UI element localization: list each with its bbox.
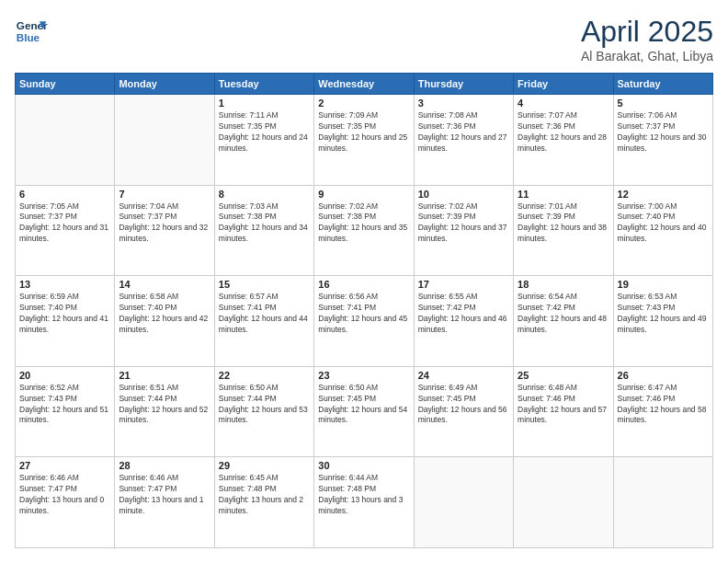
sunset-text: Sunset: 7:35 PM xyxy=(219,121,310,132)
calendar-cell xyxy=(16,95,115,186)
calendar-cell: 6Sunrise: 7:05 AMSunset: 7:37 PMDaylight… xyxy=(16,185,115,276)
calendar-cell: 20Sunrise: 6:52 AMSunset: 7:43 PMDayligh… xyxy=(16,366,115,457)
daylight-text: Daylight: 12 hours and 42 minutes. xyxy=(119,314,210,336)
sunrise-text: Sunrise: 7:06 AM xyxy=(618,110,709,121)
day-number: 10 xyxy=(418,189,509,200)
day-number: 16 xyxy=(318,279,409,290)
sunset-text: Sunset: 7:38 PM xyxy=(219,212,310,223)
calendar-cell xyxy=(115,95,214,186)
day-number: 27 xyxy=(19,460,110,471)
sunrise-text: Sunrise: 6:55 AM xyxy=(418,292,509,303)
daylight-text: Daylight: 12 hours and 37 minutes. xyxy=(418,223,509,245)
sunset-text: Sunset: 7:48 PM xyxy=(219,484,310,495)
weekday-header: Friday xyxy=(514,74,613,95)
daylight-text: Daylight: 12 hours and 40 minutes. xyxy=(618,223,709,245)
calendar-cell: 12Sunrise: 7:00 AMSunset: 7:40 PMDayligh… xyxy=(613,185,712,276)
calendar-cell: 24Sunrise: 6:49 AMSunset: 7:45 PMDayligh… xyxy=(414,366,513,457)
sunrise-text: Sunrise: 7:07 AM xyxy=(518,110,609,121)
daylight-text: Daylight: 12 hours and 44 minutes. xyxy=(219,314,310,336)
weekday-header: Thursday xyxy=(414,74,513,95)
calendar-cell: 10Sunrise: 7:02 AMSunset: 7:39 PMDayligh… xyxy=(414,185,513,276)
daylight-text: Daylight: 12 hours and 51 minutes. xyxy=(19,405,110,427)
sunrise-text: Sunrise: 6:48 AM xyxy=(518,383,609,394)
day-number: 12 xyxy=(618,189,709,200)
sunrise-text: Sunrise: 6:51 AM xyxy=(119,383,210,394)
sunrise-text: Sunrise: 6:50 AM xyxy=(219,383,310,394)
title-block: April 2025 Al Barakat, Ghat, Libya xyxy=(581,15,713,63)
weekday-header: Saturday xyxy=(613,74,712,95)
sunset-text: Sunset: 7:36 PM xyxy=(418,121,509,132)
sunrise-text: Sunrise: 7:05 AM xyxy=(19,201,110,213)
calendar-cell: 7Sunrise: 7:04 AMSunset: 7:37 PMDaylight… xyxy=(115,185,214,276)
sunrise-text: Sunrise: 6:56 AM xyxy=(318,292,409,303)
daylight-text: Daylight: 12 hours and 41 minutes. xyxy=(19,314,110,336)
logo-icon: General Blue xyxy=(15,15,48,48)
daylight-text: Daylight: 12 hours and 46 minutes. xyxy=(418,314,509,336)
daylight-text: Daylight: 12 hours and 32 minutes. xyxy=(119,223,210,245)
calendar-cell: 9Sunrise: 7:02 AMSunset: 7:38 PMDaylight… xyxy=(314,185,414,276)
calendar-cell: 26Sunrise: 6:47 AMSunset: 7:46 PMDayligh… xyxy=(613,366,712,457)
day-number: 5 xyxy=(618,98,709,109)
day-number: 20 xyxy=(19,370,110,381)
daylight-text: Daylight: 12 hours and 58 minutes. xyxy=(618,405,709,427)
weekday-header: Sunday xyxy=(16,74,115,95)
daylight-text: Daylight: 12 hours and 52 minutes. xyxy=(119,405,210,427)
day-number: 3 xyxy=(418,98,509,109)
daylight-text: Daylight: 13 hours and 2 minutes. xyxy=(219,495,310,517)
calendar-cell: 5Sunrise: 7:06 AMSunset: 7:37 PMDaylight… xyxy=(613,95,712,186)
day-number: 28 xyxy=(119,460,210,471)
sunset-text: Sunset: 7:41 PM xyxy=(219,303,310,314)
sunset-text: Sunset: 7:46 PM xyxy=(518,394,609,405)
sunrise-text: Sunrise: 7:11 AM xyxy=(219,110,310,121)
calendar-cell: 30Sunrise: 6:44 AMSunset: 7:48 PMDayligh… xyxy=(314,457,414,548)
sunset-text: Sunset: 7:43 PM xyxy=(19,394,110,405)
day-number: 13 xyxy=(19,279,110,290)
day-number: 8 xyxy=(219,189,310,200)
calendar-cell: 19Sunrise: 6:53 AMSunset: 7:43 PMDayligh… xyxy=(613,276,712,367)
sunrise-text: Sunrise: 7:00 AM xyxy=(618,201,709,213)
sunset-text: Sunset: 7:39 PM xyxy=(418,212,509,223)
calendar-cell: 22Sunrise: 6:50 AMSunset: 7:44 PMDayligh… xyxy=(214,366,313,457)
sunrise-text: Sunrise: 6:47 AM xyxy=(618,383,709,394)
weekday-header: Monday xyxy=(115,74,214,95)
sunset-text: Sunset: 7:44 PM xyxy=(219,394,310,405)
calendar-cell: 28Sunrise: 6:46 AMSunset: 7:47 PMDayligh… xyxy=(115,457,214,548)
sunrise-text: Sunrise: 6:46 AM xyxy=(119,473,210,484)
daylight-text: Daylight: 12 hours and 31 minutes. xyxy=(19,223,110,245)
daylight-text: Daylight: 12 hours and 25 minutes. xyxy=(318,132,409,155)
day-number: 6 xyxy=(19,189,110,200)
daylight-text: Daylight: 12 hours and 35 minutes. xyxy=(318,223,409,245)
month-title: April 2025 xyxy=(581,15,713,49)
day-number: 4 xyxy=(518,98,609,109)
sunrise-text: Sunrise: 7:01 AM xyxy=(518,201,609,213)
day-number: 26 xyxy=(618,370,709,381)
daylight-text: Daylight: 13 hours and 1 minute. xyxy=(119,495,210,517)
day-number: 14 xyxy=(119,279,210,290)
daylight-text: Daylight: 13 hours and 3 minutes. xyxy=(318,495,409,517)
sunset-text: Sunset: 7:35 PM xyxy=(318,121,409,132)
calendar-cell: 17Sunrise: 6:55 AMSunset: 7:42 PMDayligh… xyxy=(414,276,513,367)
calendar-cell xyxy=(613,457,712,548)
sunset-text: Sunset: 7:37 PM xyxy=(19,212,110,223)
sunset-text: Sunset: 7:42 PM xyxy=(518,303,609,314)
page-header: General Blue April 2025 Al Barakat, Ghat… xyxy=(15,15,713,63)
sunrise-text: Sunrise: 6:58 AM xyxy=(119,292,210,303)
sunrise-text: Sunrise: 6:59 AM xyxy=(19,292,110,303)
sunrise-text: Sunrise: 7:04 AM xyxy=(119,201,210,213)
daylight-text: Daylight: 12 hours and 57 minutes. xyxy=(518,405,609,427)
sunset-text: Sunset: 7:36 PM xyxy=(518,121,609,132)
sunset-text: Sunset: 7:38 PM xyxy=(318,212,409,223)
day-number: 18 xyxy=(518,279,609,290)
sunset-text: Sunset: 7:37 PM xyxy=(119,212,210,223)
daylight-text: Daylight: 12 hours and 45 minutes. xyxy=(318,314,409,336)
calendar-cell: 4Sunrise: 7:07 AMSunset: 7:36 PMDaylight… xyxy=(514,95,613,186)
calendar-cell: 11Sunrise: 7:01 AMSunset: 7:39 PMDayligh… xyxy=(514,185,613,276)
calendar-cell: 13Sunrise: 6:59 AMSunset: 7:40 PMDayligh… xyxy=(16,276,115,367)
sunrise-text: Sunrise: 7:03 AM xyxy=(219,201,310,213)
calendar-cell: 14Sunrise: 6:58 AMSunset: 7:40 PMDayligh… xyxy=(115,276,214,367)
day-number: 29 xyxy=(219,460,310,471)
sunrise-text: Sunrise: 7:02 AM xyxy=(418,201,509,213)
daylight-text: Daylight: 13 hours and 0 minutes. xyxy=(19,495,110,517)
calendar-table: SundayMondayTuesdayWednesdayThursdayFrid… xyxy=(15,73,713,548)
day-number: 21 xyxy=(119,370,210,381)
